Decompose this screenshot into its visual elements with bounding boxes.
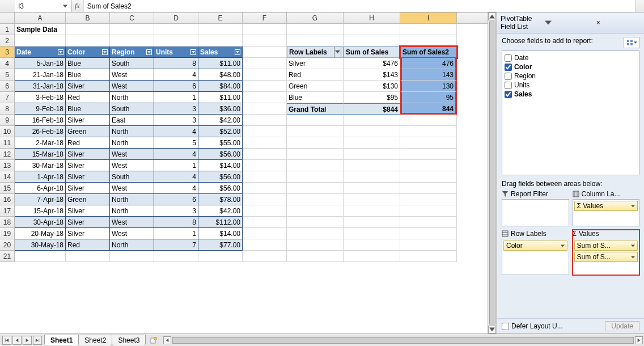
cell[interactable]: $11.00 bbox=[198, 92, 243, 103]
col-header-D[interactable]: D bbox=[154, 12, 198, 23]
row-header-2[interactable]: 2 bbox=[0, 35, 15, 47]
pivot-header-sumsales[interactable]: Sum of Sales bbox=[344, 47, 400, 58]
cell[interactable]: 30-Apr-18 bbox=[15, 217, 66, 228]
cell[interactable] bbox=[400, 194, 457, 205]
cell[interactable] bbox=[287, 217, 344, 228]
field-chip[interactable]: Sum of S... bbox=[574, 240, 638, 251]
cell[interactable] bbox=[344, 239, 400, 251]
cell[interactable]: 143 bbox=[400, 69, 457, 81]
row-header-5[interactable]: 5 bbox=[0, 69, 15, 81]
cell[interactable]: Sample Data bbox=[15, 24, 66, 35]
cell[interactable]: 4 bbox=[154, 149, 198, 160]
defer-layout-checkbox[interactable] bbox=[502, 323, 509, 330]
table-header-date[interactable]: Date bbox=[15, 47, 66, 58]
sheet-tab-sheet2[interactable]: Sheet2 bbox=[78, 335, 112, 345]
field-units[interactable]: Units bbox=[505, 81, 637, 90]
cell[interactable]: 20-May-18 bbox=[15, 228, 66, 239]
row-header-14[interactable]: 14 bbox=[0, 171, 15, 183]
tab-first-button[interactable] bbox=[2, 336, 11, 345]
cell[interactable]: Silver bbox=[66, 205, 110, 217]
cell[interactable] bbox=[154, 251, 198, 262]
cell[interactable]: 15-Apr-18 bbox=[15, 205, 66, 217]
cell[interactable]: West bbox=[110, 149, 154, 160]
field-checkbox[interactable] bbox=[505, 82, 512, 89]
cell[interactable]: $52.00 bbox=[198, 126, 243, 137]
cell[interactable]: West bbox=[110, 228, 154, 239]
cell[interactable] bbox=[243, 92, 287, 103]
cell[interactable]: 6-Apr-18 bbox=[15, 183, 66, 194]
scroll-right-button[interactable] bbox=[635, 336, 643, 344]
cell[interactable]: Blue bbox=[287, 92, 344, 103]
cell[interactable]: 8 bbox=[154, 58, 198, 69]
pivot-header-rowlabels[interactable]: Row Labels bbox=[287, 47, 344, 58]
filter-dropdown-icon[interactable] bbox=[190, 49, 196, 55]
cell[interactable]: Silver bbox=[66, 217, 110, 228]
cell[interactable] bbox=[66, 24, 110, 35]
cell[interactable] bbox=[243, 251, 287, 262]
cell[interactable] bbox=[287, 239, 344, 251]
col-header-H[interactable]: H bbox=[344, 12, 400, 23]
cell[interactable] bbox=[154, 35, 198, 47]
cell[interactable]: $42.00 bbox=[198, 205, 243, 217]
cell[interactable] bbox=[243, 228, 287, 239]
values-dropzone[interactable]: Sum of S...Sum of S... bbox=[573, 239, 640, 275]
cell[interactable]: West bbox=[110, 160, 154, 171]
panel-menu-icon[interactable] bbox=[545, 19, 552, 26]
new-sheet-button[interactable] bbox=[149, 336, 159, 345]
cell[interactable]: 9-Feb-18 bbox=[15, 103, 66, 115]
cell[interactable] bbox=[400, 239, 457, 251]
row-header-9[interactable]: 9 bbox=[0, 115, 15, 126]
grid-rows[interactable]: 1Sample Data23DateColorRegionUnitsSalesR… bbox=[0, 24, 488, 334]
formula-expand[interactable] bbox=[635, 0, 644, 12]
row-header-11[interactable]: 11 bbox=[0, 137, 15, 149]
row-header-17[interactable]: 17 bbox=[0, 205, 15, 217]
column-labels-dropzone[interactable]: Σ Values bbox=[573, 199, 640, 226]
cell[interactable]: 26-Feb-18 bbox=[15, 126, 66, 137]
cell[interactable]: North bbox=[110, 194, 154, 205]
cell[interactable] bbox=[400, 149, 457, 160]
cell[interactable] bbox=[287, 160, 344, 171]
cell[interactable] bbox=[344, 171, 400, 183]
cell[interactable] bbox=[243, 194, 287, 205]
field-checkbox[interactable] bbox=[505, 91, 512, 98]
cell[interactable]: $56.00 bbox=[198, 183, 243, 194]
cell[interactable]: South bbox=[110, 171, 154, 183]
cell[interactable]: $143 bbox=[344, 69, 400, 81]
update-button[interactable]: Update bbox=[605, 321, 639, 331]
cell[interactable]: $78.00 bbox=[198, 194, 243, 205]
cell[interactable]: 476 bbox=[400, 58, 457, 69]
field-chip[interactable]: Sum of S... bbox=[574, 252, 638, 262]
cell[interactable] bbox=[344, 205, 400, 217]
tab-prev-button[interactable] bbox=[12, 336, 22, 345]
cell[interactable] bbox=[400, 126, 457, 137]
cell[interactable]: 1 bbox=[154, 228, 198, 239]
cell[interactable]: $112.00 bbox=[198, 217, 243, 228]
cell[interactable]: 5-Jan-18 bbox=[15, 58, 66, 69]
cell[interactable]: Blue bbox=[66, 58, 110, 69]
filter-dropdown-icon[interactable] bbox=[58, 49, 63, 55]
cell[interactable]: $14.00 bbox=[198, 160, 243, 171]
cell[interactable]: Silver bbox=[66, 160, 110, 171]
field-color[interactable]: Color bbox=[505, 62, 637, 71]
cell[interactable]: West bbox=[110, 69, 154, 81]
cell[interactable] bbox=[287, 24, 344, 35]
scroll-up-button[interactable] bbox=[488, 12, 496, 20]
cell[interactable] bbox=[400, 228, 457, 239]
row-header-4[interactable]: 4 bbox=[0, 58, 15, 69]
cell[interactable]: 4 bbox=[154, 126, 198, 137]
vertical-scrollbar[interactable] bbox=[488, 12, 497, 334]
cell[interactable]: $77.00 bbox=[198, 239, 243, 251]
cell[interactable]: South bbox=[110, 58, 154, 69]
cell[interactable] bbox=[243, 160, 287, 171]
cell[interactable] bbox=[287, 115, 344, 126]
sheet-tab-sheet3[interactable]: Sheet3 bbox=[112, 335, 146, 345]
cell[interactable] bbox=[243, 35, 287, 47]
row-header-12[interactable]: 12 bbox=[0, 149, 15, 160]
cell[interactable] bbox=[400, 24, 457, 35]
cell[interactable]: $130 bbox=[344, 81, 400, 92]
cell[interactable]: 15-Mar-18 bbox=[15, 149, 66, 160]
cell[interactable]: Red bbox=[66, 137, 110, 149]
cell[interactable]: $48.00 bbox=[198, 69, 243, 81]
cell[interactable]: Green bbox=[287, 81, 344, 92]
cell[interactable] bbox=[66, 35, 110, 47]
